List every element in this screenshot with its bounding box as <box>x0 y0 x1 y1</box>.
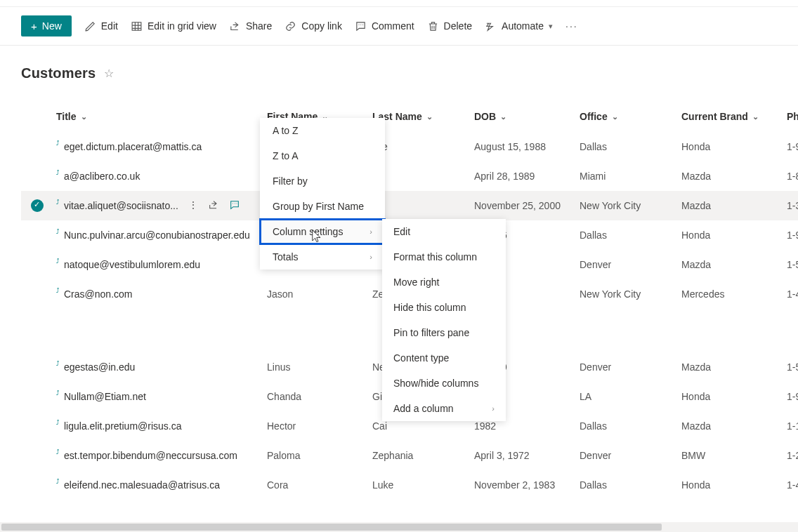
flow-icon <box>485 20 497 32</box>
cell-office: Denver <box>580 259 681 270</box>
menu-totals[interactable]: Totals › <box>260 244 385 270</box>
submenu-hide[interactable]: Hide this column <box>382 295 506 320</box>
cell-title[interactable]: ⤴Nunc.pulvinar.arcu@conubianostraper.edu <box>56 230 267 241</box>
pencil-icon <box>84 20 96 32</box>
cell-phone: 1-98 <box>787 391 798 402</box>
cell-title-text: eleifend.nec.malesuada@atrisus.ca <box>64 479 220 491</box>
row-share-icon[interactable] <box>208 199 219 213</box>
column-header-row: Title ⌄ First Name ⌄ Last Name ⌄ DOB ⌄ O… <box>21 101 798 132</box>
column-header-office[interactable]: Office ⌄ <box>580 111 681 122</box>
link-indicator-icon: ⤴ <box>56 169 60 176</box>
chevron-down-icon: ⌄ <box>612 112 618 121</box>
comment-label: Comment <box>372 20 414 32</box>
copy-link-button[interactable]: Copy link <box>284 20 342 32</box>
column-header-title[interactable]: Title ⌄ <box>56 111 267 122</box>
cell-current-brand: Honda <box>681 141 787 152</box>
cell-current-brand: Mazda <box>681 200 787 211</box>
column-header-dob[interactable]: DOB ⌄ <box>474 111 580 122</box>
share-icon <box>229 20 241 32</box>
cell-office: Dallas <box>580 420 681 432</box>
more-commands-button[interactable]: ··· <box>565 20 578 32</box>
cell-title[interactable]: ⤴egestas@in.edu <box>56 361 267 373</box>
command-bar: + New Edit Edit in grid view Share Copy … <box>0 7 798 46</box>
favorite-star-icon[interactable]: ☆ <box>104 67 114 80</box>
table-row[interactable]: ⤴vitae.aliquet@sociisnato...⋮ithNovember… <box>21 191 798 220</box>
column-header-label: Current Brand <box>681 111 748 122</box>
cell-title[interactable]: ⤴eget.dictum.placerat@mattis.ca <box>56 141 267 152</box>
cell-last-name: ith <box>372 171 474 182</box>
delete-button[interactable]: Delete <box>427 20 472 32</box>
menu-sort-a-to-z[interactable]: A to Z <box>260 118 385 143</box>
cell-title[interactable]: ⤴vitae.aliquet@sociisnato...⋮ <box>56 199 267 213</box>
submenu-format[interactable]: Format this column <box>382 244 506 270</box>
cell-title[interactable]: ⤴Nullam@Etiam.net <box>56 391 267 402</box>
cell-first-name: Paloma <box>267 450 372 461</box>
cell-dob: April 3, 1972 <box>474 450 580 461</box>
menu-item-label: Show/hide columns <box>393 378 478 389</box>
table-row[interactable]: ⤴eleifend.nec.malesuada@atrisus.caCoraLu… <box>21 470 798 500</box>
cell-current-brand: Mercedes <box>681 288 787 300</box>
cell-title-text: Nullam@Etiam.net <box>64 391 146 402</box>
cell-title[interactable]: ⤴a@aclibero.co.uk <box>56 171 267 182</box>
automate-button[interactable]: Automate ▾ <box>485 20 553 32</box>
menu-column-settings[interactable]: Column settings › <box>260 219 385 244</box>
cell-first-name: Jason <box>267 288 372 300</box>
list-grid: Title ⌄ First Name ⌄ Last Name ⌄ DOB ⌄ O… <box>0 87 798 500</box>
cell-title[interactable]: ⤴eleifend.nec.malesuada@atrisus.ca <box>56 479 267 491</box>
edit-button[interactable]: Edit <box>84 20 118 32</box>
cell-dob: August 15, 1988 <box>474 141 580 152</box>
grid-icon <box>131 20 143 32</box>
column-header-last-name[interactable]: Last Name ⌄ <box>372 111 474 122</box>
cell-dob: November 25, 2000 <box>474 200 580 211</box>
cell-title-text: eget.dictum.placerat@mattis.ca <box>64 141 202 152</box>
menu-filter-by[interactable]: Filter by <box>260 168 385 194</box>
table-row[interactable]: ⤴est.tempor.bibendum@neccursusa.comPalom… <box>21 441 798 470</box>
submenu-add-column[interactable]: Add a column › <box>382 396 506 421</box>
cell-title[interactable]: ⤴ligula.elit.pretium@risus.ca <box>56 420 267 432</box>
cell-title[interactable]: ⤴est.tempor.bibendum@neccursusa.com <box>56 450 267 461</box>
new-button[interactable]: + New <box>21 15 72 36</box>
comment-button[interactable]: Comment <box>355 20 414 32</box>
menu-group-by[interactable]: Group by First Name <box>260 194 385 219</box>
column-header-phone[interactable]: Pho <box>787 111 798 122</box>
share-button[interactable]: Share <box>229 20 272 32</box>
submenu-show-hide[interactable]: Show/hide columns <box>382 371 506 396</box>
menu-item-label: Filter by <box>273 175 308 187</box>
submenu-move-right[interactable]: Move right <box>382 270 506 295</box>
menu-item-label: Group by First Name <box>273 201 364 212</box>
cell-title[interactable]: ⤴natoque@vestibulumlorem.edu <box>56 259 267 270</box>
menu-item-label: Edit <box>393 226 410 237</box>
column-header-label: Pho <box>787 111 798 122</box>
scrollbar-thumb[interactable] <box>1 524 662 531</box>
table-row[interactable]: ⤴a@aclibero.co.ukithApril 28, 1989MiamiM… <box>21 161 798 191</box>
menu-item-label: Pin to filters pane <box>393 327 469 338</box>
link-icon <box>284 20 296 32</box>
menu-sort-z-to-a[interactable]: Z to A <box>260 143 385 168</box>
menu-item-label: Totals <box>273 251 299 262</box>
column-header-menu: A to Z Z to A Filter by Group by First N… <box>260 118 385 270</box>
cell-current-brand: Mazda <box>681 259 787 270</box>
edit-grid-button[interactable]: Edit in grid view <box>131 20 216 32</box>
column-header-current-brand[interactable]: Current Brand ⌄ <box>681 111 787 122</box>
cell-office: Dallas <box>580 479 681 491</box>
cell-last-name: Zephania <box>372 450 474 461</box>
submenu-edit[interactable]: Edit <box>382 219 506 244</box>
row-actions: ⋮ <box>188 199 240 213</box>
selected-check-icon[interactable] <box>31 199 44 212</box>
cell-office: LA <box>580 391 681 402</box>
cell-current-brand: Honda <box>681 479 787 491</box>
submenu-pin[interactable]: Pin to filters pane <box>382 320 506 345</box>
cell-title-text: ligula.elit.pretium@risus.ca <box>64 420 182 432</box>
menu-item-label: Add a column <box>393 403 454 414</box>
horizontal-scrollbar[interactable] <box>0 522 798 532</box>
cell-dob: 1982 <box>474 420 580 432</box>
row-more-icon[interactable]: ⋮ <box>188 199 198 213</box>
cell-phone: 1-96 <box>787 230 798 241</box>
row-comment-icon[interactable] <box>229 199 240 213</box>
chevron-down-icon: ⌄ <box>500 112 506 121</box>
table-row[interactable]: ⤴eget.dictum.placerat@mattis.caelleAugus… <box>21 132 798 161</box>
cell-current-brand: Mazda <box>681 420 787 432</box>
submenu-content-type[interactable]: Content type <box>382 345 506 371</box>
cell-title[interactable]: ⤴Cras@non.com <box>56 288 267 300</box>
cell-title-text: egestas@in.edu <box>64 361 135 373</box>
